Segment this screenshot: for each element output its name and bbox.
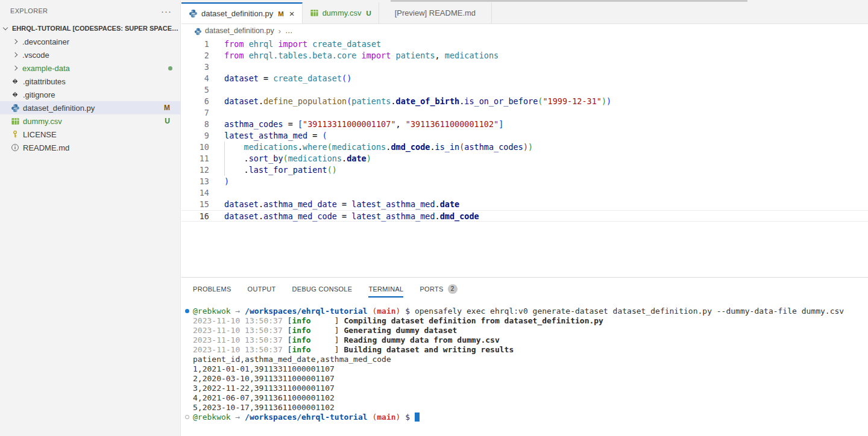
terminal[interactable]: @rebkwok → /workspaces/ehrql-tutorial (m… [181, 301, 868, 436]
panel-tab-terminal[interactable]: TERMINAL [368, 282, 403, 296]
file-label: example-data [22, 64, 70, 73]
panel-tab-label: DEBUG CONSOLE [292, 285, 353, 293]
code-line-2[interactable]: 2from ehrql.tables.beta.core import pati… [181, 50, 868, 61]
code-token: medications [288, 154, 342, 163]
more-actions-icon[interactable]: ··· [161, 6, 172, 16]
code-token: asthma_med_code [263, 211, 337, 221]
close-icon[interactable]: × [289, 9, 295, 18]
line-number: 13 [181, 176, 209, 187]
code-line-11[interactable]: 11 .sort_by(medications.date) [181, 153, 868, 164]
code-line-9[interactable]: 9latest_asthma_med = ( [181, 130, 868, 142]
code-token: "39113311000001107" [303, 119, 395, 129]
terminal-line: 2023-11-10 13:50:37 [info ] Generating d… [193, 326, 868, 335]
tab-dataset-definition-py[interactable]: dataset_definition.pyM× [181, 2, 303, 23]
code-line-16[interactable]: 16dataset.asthma_med_code = latest_asthm… [181, 210, 868, 222]
file-label: dataset_definition.py [23, 104, 95, 113]
git-icon [10, 76, 20, 86]
code-text: .last_for_patient() [209, 164, 337, 176]
file-label: .devcontainer [22, 37, 69, 46]
code-line-15[interactable]: 15dataset.asthma_med_date = latest_asthm… [181, 199, 868, 210]
terminal-token: info [292, 326, 310, 335]
panel-tab-label: PORTS [420, 285, 443, 293]
code-line-12[interactable]: 12 .last_for_patient() [181, 164, 868, 176]
explorer-item--vscode[interactable]: .vscode [0, 48, 180, 61]
panel-tab-ports[interactable]: PORTS2 [420, 281, 457, 297]
code-token: medications [445, 51, 498, 60]
workspace-section-header[interactable]: EHRQL-TUTORIAL [CODESPACES: SUPER SPACE … [0, 22, 180, 35]
terminal-token: 2023-11-10 13:50:37 [193, 326, 288, 335]
code-line-3[interactable]: 3 [181, 61, 868, 73]
code-token: "1999-12-31" [542, 96, 602, 106]
code-text: ) [209, 176, 229, 187]
terminal-token: info [292, 335, 310, 344]
line-number: 16 [181, 211, 209, 221]
tab--preview-readme-md[interactable]: [Preview] README.md [379, 2, 492, 23]
tab-label: dataset_definition.py [201, 9, 273, 18]
code-line-4[interactable]: 4dataset = create_dataset() [181, 73, 868, 84]
explorer-item-dummy-csv[interactable]: dummy.csvU [0, 114, 180, 128]
line-number: 8 [181, 119, 209, 130]
code-token: dmd_code [391, 142, 430, 152]
tab-dummy-csv[interactable]: dummy.csvU [303, 2, 379, 23]
explorer-item-example-data[interactable]: example-data [0, 61, 180, 75]
code-text: latest_asthma_med = ( [209, 130, 327, 142]
code-line-6[interactable]: 6dataset.define_population(patients.date… [181, 96, 868, 107]
code-token: ) [224, 176, 229, 186]
line-number: 5 [181, 84, 209, 96]
explorer-item-dataset-definition-py[interactable]: dataset_definition.pyM [0, 101, 180, 114]
panel-tab-debug-console[interactable]: DEBUG CONSOLE [292, 282, 353, 296]
panel-tab-output[interactable]: OUTPUT [248, 282, 276, 296]
code-line-8[interactable]: 8asthma_codes = ["39113311000001107", "3… [181, 119, 868, 130]
command-pending-decoration-icon[interactable] [185, 415, 189, 419]
terminal-line: 3,2022-11-22,39113311000001107 [193, 384, 868, 393]
terminal-line: 1,2021-01-01,39113311000001107 [193, 364, 868, 374]
code-line-14[interactable]: 14 [181, 187, 868, 199]
file-label: .vscode [22, 51, 49, 60]
tab-label: [Preview] README.md [395, 8, 476, 17]
line-number: 7 [181, 107, 209, 119]
explorer-item--devcontainer[interactable]: .devcontainer [0, 35, 180, 48]
code-token: ( [322, 131, 327, 140]
explorer-item--gitattributes[interactable]: .gitattributes [0, 75, 180, 88]
explorer-item-readme-md[interactable]: README.md [0, 141, 180, 154]
indent-guide [224, 153, 225, 164]
code-token: () [327, 165, 337, 175]
explorer-item--gitignore[interactable]: .gitignore [0, 88, 180, 101]
code-token: dataset [224, 96, 259, 106]
explorer-title: EXPLORER [10, 7, 48, 14]
code-token: patients [396, 51, 435, 60]
code-line-10[interactable]: 10 medications.where(medications.dmd_cod… [181, 142, 868, 153]
terminal-line: 5,2023-10-17,39113611000001102 [193, 403, 868, 413]
explorer-item-license[interactable]: LICENSE [0, 128, 180, 141]
file-label: README.md [23, 143, 69, 152]
python-icon [189, 9, 198, 18]
vscode-window: EXPLORER ··· EHRQL-TUTORIAL [CODESPACES:… [0, 0, 868, 436]
line-number: 4 [181, 73, 209, 84]
code-line-5[interactable]: 5 [181, 84, 868, 96]
code-token: ] [498, 119, 503, 129]
code-text [209, 61, 224, 73]
code-line-1[interactable]: 1from ehrql import create_dataset [181, 39, 868, 50]
code-token: create_dataset [273, 73, 342, 83]
code-text [209, 187, 224, 199]
line-number: 1 [181, 39, 209, 50]
tab-label: dummy.csv [322, 8, 362, 17]
code-token: ehrql.tables.beta.core [249, 51, 357, 60]
code-line-7[interactable]: 7 [181, 107, 868, 119]
code-token: medications [244, 142, 298, 152]
tab-strip-scrollbar[interactable] [391, 0, 747, 2]
code-token: ( [283, 154, 288, 163]
terminal-token: Building dataset and writing results [344, 345, 514, 354]
breadcrumb-more[interactable]: … [285, 26, 293, 35]
breadcrumb[interactable]: dataset_definition.py › … [181, 24, 868, 37]
code-text: medications.where(medications.dmd_code.i… [209, 142, 533, 153]
code-line-13[interactable]: 13) [181, 176, 868, 187]
panel-tab-problems[interactable]: PROBLEMS [193, 282, 231, 296]
code-text: dataset.define_population(patients.date_… [209, 96, 611, 107]
code-editor[interactable]: 1from ehrql import create_dataset2from e… [181, 37, 868, 277]
code-token: dataset [224, 199, 259, 209]
command-decoration-icon[interactable] [185, 309, 189, 313]
code-token: dataset [224, 211, 259, 221]
breadcrumb-file[interactable]: dataset_definition.py [205, 26, 274, 35]
terminal-token [415, 413, 420, 422]
